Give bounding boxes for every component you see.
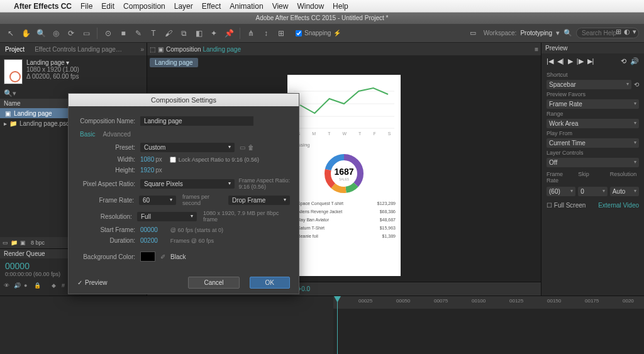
modes-icon[interactable]: ◐ [624,28,630,36]
menu-layer[interactable]: Layer [174,2,193,11]
snapping-options-icon[interactable]: ⚡ [333,30,341,36]
framerate-dropdown[interactable]: 60 [139,196,176,205]
comp-name-input[interactable] [140,116,253,126]
eyedropper-icon[interactable]: ✐ [160,253,165,260]
prev-frame-icon[interactable]: ◀| [557,57,564,65]
dropframe-dropdown[interactable]: Drop Frame [228,196,290,205]
cancel-button[interactable]: Cancel [188,277,239,289]
chevron-down-icon[interactable]: ▾ [633,28,636,36]
shortcut-dropdown[interactable]: Spacebar [547,80,631,89]
menu-window[interactable]: Window [297,2,324,11]
hand-tool-icon[interactable]: ✋ [20,28,31,39]
search-icon[interactable]: 🔍▾ [4,89,16,97]
workspace-chevron-icon[interactable]: ▾ [556,29,560,37]
shape-tool-icon[interactable]: ■ [118,28,129,39]
favors-dropdown[interactable]: Frame Rate [547,99,639,109]
framerate-dropdown[interactable]: (60) [547,187,575,196]
eye-icon[interactable]: 👁 [4,282,11,290]
playhead[interactable] [337,296,338,354]
ok-button[interactable]: OK [250,277,290,289]
orbit-tool-icon[interactable]: ◎ [50,28,62,39]
mute-icon[interactable]: 🔊 [630,57,639,65]
menu-animation[interactable]: Animation [230,2,263,11]
comp-icon[interactable]: ▣ [158,46,164,53]
audio-icon[interactable]: 🔊 [14,282,21,290]
folder-new-icon[interactable]: 📁 [11,240,18,246]
menu-effect[interactable]: Effect [202,2,221,11]
save-preset-icon[interactable]: ▭ [240,144,245,151]
project-tab[interactable]: Project [3,46,27,53]
axis-tool-icon[interactable]: ⋔ [245,28,257,39]
menu-help[interactable]: Help [333,2,348,11]
menu-file[interactable]: File [80,2,92,11]
height-input[interactable]: 1920 [140,167,154,174]
preset-dropdown[interactable]: Custom [140,143,235,152]
brush-tool-icon[interactable]: 🖌 [163,28,174,39]
panel-menu-icon[interactable]: ≡ [535,46,538,53]
pen-tool-icon[interactable]: ✎ [133,28,144,39]
delete-preset-icon[interactable]: 🗑 [248,144,254,151]
asset-thumbnail[interactable] [4,59,23,84]
first-frame-icon[interactable]: |◀ [547,57,553,65]
resolution-dropdown[interactable]: Full [137,212,197,221]
resolution-dropdown[interactable]: Auto [610,187,639,196]
flow-icon[interactable]: ⬚ [150,46,155,53]
reset-icon[interactable]: ⟲ [634,81,639,88]
world-axis-icon[interactable]: ⊞ [275,28,287,39]
tab-basic[interactable]: Basic [80,131,95,138]
rotate-tool-icon[interactable]: ⟳ [65,28,77,39]
switches-icon[interactable]: ⊞ [616,28,621,36]
roto-tool-icon[interactable]: ✦ [208,28,219,39]
external-video-link[interactable]: External Video [598,202,639,209]
time-ruler[interactable]: 000250005000075001000012500150001750020 [333,296,644,309]
exposure-value[interactable]: +0.0 [297,285,310,292]
snapping-checkbox[interactable] [296,30,302,36]
app-name[interactable]: After Effects CC [14,2,72,11]
bg-color-swatch[interactable] [140,252,155,262]
tab-advanced[interactable]: Advanced [103,131,130,138]
snapping-toggle[interactable]: Snapping ⚡ [296,30,341,36]
label-icon[interactable]: ◆ [52,282,59,290]
preview-checkbox[interactable]: ✓ Preview [77,279,108,286]
play-icon[interactable]: ▶ [568,57,573,65]
clone-tool-icon[interactable]: ⧉ [178,28,189,39]
workspace-dropdown[interactable]: Prototyping [520,30,552,36]
duration-input[interactable]: 00200 [140,237,158,244]
next-frame-icon[interactable]: |▶ [577,57,584,65]
text-tool-icon[interactable]: T [148,28,159,39]
render-current-time[interactable]: 00000 [5,261,60,271]
menu-edit[interactable]: Edit [101,2,114,11]
comp-new-icon[interactable]: ▣ [20,240,26,246]
local-axis-icon[interactable]: ↕ [260,28,272,39]
expand-icon[interactable]: ▸ [4,120,7,127]
anchor-tool-icon[interactable]: ⊙ [103,28,114,39]
width-input[interactable]: 1080 [140,156,154,163]
preview-tab[interactable]: Preview [541,43,644,53]
zoom-tool-icon[interactable]: 🔍 [35,28,47,39]
comp-breadcrumb[interactable]: Composition Landing page [166,46,241,53]
playfrom-dropdown[interactable]: Current Time [547,138,639,148]
start-frame-input[interactable]: 00000 [140,226,158,233]
selection-tool-icon[interactable]: ↖ [5,28,16,39]
menu-composition[interactable]: Composition [123,2,165,11]
puppet-tool-icon[interactable]: 📌 [223,28,235,39]
camera-tool-icon[interactable]: ▭ [80,28,92,39]
interpret-icon[interactable]: ▭ [3,240,8,246]
solo-icon[interactable]: ● [24,282,31,290]
menu-view[interactable]: View [272,2,289,11]
eraser-tool-icon[interactable]: ◧ [193,28,204,39]
last-frame-icon[interactable]: ▶| [587,57,594,65]
loop-icon[interactable]: ⟲ [621,57,626,65]
workspace-icon[interactable]: ▭ [466,29,480,37]
effect-controls-tab[interactable]: Effect Controls Landing page… [32,46,125,53]
comp-name-tab[interactable]: Landing page [150,58,198,67]
panel-menu-icon[interactable]: » [140,46,144,53]
lock-icon[interactable]: 🔒 [34,282,42,290]
bpc-button[interactable]: 8 bpc [28,240,47,246]
skip-dropdown[interactable]: 0 [578,187,607,196]
range-dropdown[interactable]: Work Area [547,119,639,128]
layercontrols-dropdown[interactable]: Off [547,158,639,167]
fullscreen-checkbox[interactable]: ☐ Full Screen [547,202,586,209]
par-dropdown[interactable]: Square Pixels [140,179,235,189]
lock-aspect-checkbox[interactable] [170,157,176,163]
